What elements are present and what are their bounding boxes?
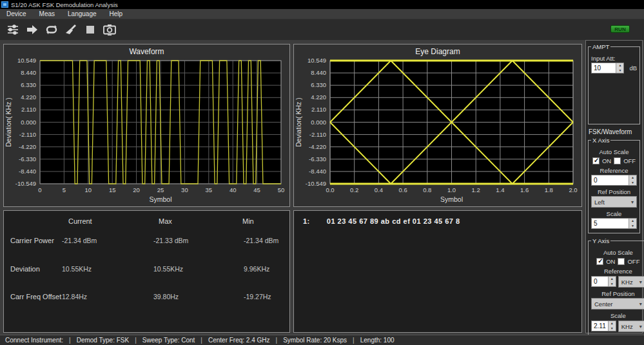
- x-auto-scale-on-checkbox[interactable]: [592, 157, 600, 164]
- deviation-current: 10.55KHz: [62, 265, 92, 273]
- y-reference-label: Reference: [591, 268, 644, 275]
- y-scale-value[interactable]: 2.11: [592, 321, 608, 331]
- y-axis-group-title: Y Axis: [591, 237, 610, 244]
- svg-text:40: 40: [229, 186, 237, 193]
- y-auto-scale-on-checkbox[interactable]: [596, 258, 603, 265]
- status-connect-instrument: Connect Instrument:: [5, 337, 63, 344]
- x-scale-value[interactable]: 5: [592, 219, 629, 228]
- y-scale-spinner[interactable]: 2.11 ▲▼: [591, 320, 616, 331]
- svg-text:-8.440: -8.440: [309, 168, 326, 175]
- y-reference-unit-value: KHz: [621, 279, 633, 286]
- svg-text:4.220: 4.220: [21, 94, 36, 101]
- app-logo-icon: [1, 1, 8, 8]
- x-ref-position-value: Left: [594, 199, 605, 206]
- x-ref-position-label: Ref Position: [591, 188, 637, 195]
- status-bar: Connect Instrument: | Demod Type: FSK | …: [0, 335, 644, 345]
- single-run-arrow-icon: [26, 23, 39, 36]
- menu-item-device[interactable]: Device: [0, 9, 33, 19]
- svg-text:0: 0: [38, 186, 41, 193]
- carr-freq-offset-max: 39.80Hz: [153, 293, 179, 301]
- svg-text:8.440: 8.440: [311, 69, 326, 76]
- input-att-spinner[interactable]: 10 ▲▼: [591, 63, 624, 74]
- svg-text:15: 15: [109, 186, 116, 193]
- sliders-settings-icon: [6, 23, 19, 36]
- control-sidebar: AMPT Input Att: 10 ▲▼ dB FSK/Waveform X …: [585, 40, 643, 333]
- column-header-max: Max: [159, 217, 172, 225]
- spinner-arrows-icon[interactable]: ▲▼: [608, 277, 616, 286]
- svg-text:35: 35: [206, 186, 213, 193]
- status-length: Length: 100: [360, 337, 395, 344]
- svg-text:0.000: 0.000: [311, 119, 326, 126]
- menu-item-help[interactable]: Help: [103, 9, 130, 19]
- waveform-chart-title: Waveform: [4, 47, 289, 56]
- input-att-unit-label: dB: [629, 64, 637, 72]
- x-scale-spinner[interactable]: 5 ▲▼: [591, 218, 637, 229]
- svg-text:Symbol: Symbol: [440, 195, 463, 203]
- y-reference-unit-dropdown[interactable]: KHz ▾: [618, 276, 644, 288]
- x-auto-scale-off-checkbox[interactable]: [614, 157, 621, 164]
- x-reference-spinner[interactable]: 0 ▲▼: [591, 175, 637, 186]
- svg-text:10.549: 10.549: [307, 57, 326, 64]
- menubar: Device Meas Language Help: [0, 9, 644, 19]
- svg-text:1.0: 1.0: [447, 186, 456, 193]
- menu-item-meas[interactable]: Meas: [33, 9, 61, 19]
- spinner-arrows-icon[interactable]: ▲▼: [629, 175, 636, 185]
- chevron-down-icon: ▾: [639, 324, 642, 330]
- svg-text:20: 20: [133, 186, 140, 193]
- svg-text:-8.440: -8.440: [19, 168, 36, 175]
- y-scale-unit-dropdown[interactable]: KHz ▾: [618, 320, 644, 332]
- x-reference-label: Reference: [591, 167, 637, 174]
- results-table-panel: Current Max Min Carrier Power -21.34 dBm…: [3, 210, 290, 333]
- y-auto-scale-label: Auto Scale: [591, 249, 644, 256]
- svg-text:5: 5: [63, 186, 66, 193]
- x-on-label: ON: [602, 157, 611, 164]
- eye-chart: 10.5498.4406.3304.2202.1100.000-2.110-4.…: [295, 57, 580, 205]
- svg-text:1.6: 1.6: [520, 186, 529, 193]
- x-reference-value[interactable]: 0: [592, 175, 629, 185]
- column-header-min: Min: [242, 217, 254, 225]
- settings-button[interactable]: [5, 22, 21, 37]
- x-ref-position-dropdown[interactable]: Left ▾: [591, 196, 637, 208]
- status-divider: |: [69, 337, 71, 344]
- chevron-down-icon: ▾: [639, 279, 642, 285]
- bits-hex-string: 01 23 45 67 89 ab cd ef 01 23 45 67 8: [327, 217, 460, 225]
- y-scale-label: Scale: [591, 312, 644, 319]
- status-divider: |: [276, 337, 278, 344]
- svg-text:0.4: 0.4: [375, 186, 383, 193]
- row-label-deviation: Deviation: [10, 265, 40, 273]
- svg-text:-6.330: -6.330: [309, 155, 326, 163]
- svg-text:-10.549: -10.549: [306, 180, 326, 187]
- y-auto-scale-off-checkbox[interactable]: [618, 258, 625, 265]
- single-run-button[interactable]: [24, 22, 40, 37]
- status-divider: |: [200, 337, 202, 344]
- input-att-value[interactable]: 10: [592, 63, 616, 73]
- toolbar: RUN: [0, 19, 644, 40]
- menu-item-language[interactable]: Language: [61, 9, 103, 19]
- svg-text:30: 30: [181, 186, 188, 193]
- spinner-arrows-icon[interactable]: ▲▼: [616, 63, 623, 73]
- screenshot-camera-icon: [102, 23, 117, 36]
- y-reference-value[interactable]: 0: [592, 277, 608, 286]
- screenshot-button[interactable]: [102, 22, 117, 37]
- spinner-arrows-icon[interactable]: ▲▼: [608, 321, 616, 331]
- deviation-max: 10.55KHz: [153, 265, 183, 273]
- results-table: Current Max Min Carrier Power -21.34 dBm…: [4, 211, 289, 332]
- svg-text:6.330: 6.330: [21, 81, 36, 88]
- status-divider: |: [135, 337, 137, 344]
- y-reference-spinner[interactable]: 0 ▲▼: [591, 276, 616, 287]
- waveform-chart: 10.5498.4406.3304.2202.1100.000-2.110-4.…: [5, 57, 288, 205]
- status-center-freq: Center Freq: 2.4 GHz: [208, 337, 270, 344]
- x-axis-group-title: X Axis: [591, 137, 610, 144]
- continuous-run-button[interactable]: [44, 22, 59, 37]
- y-ref-position-dropdown[interactable]: Center ▾: [591, 298, 644, 310]
- stop-button[interactable]: [83, 22, 98, 37]
- continuous-run-loop-icon: [45, 23, 58, 36]
- clear-button[interactable]: [63, 22, 79, 37]
- run-status-led: RUN: [610, 25, 630, 33]
- svg-text:-2.110: -2.110: [309, 131, 326, 138]
- carrier-power-max: -21.33 dBm: [153, 237, 188, 244]
- svg-text:2.110: 2.110: [21, 106, 36, 113]
- x-off-label: OFF: [623, 157, 636, 164]
- ampt-group: AMPT Input Att: 10 ▲▼ dB: [588, 43, 640, 124]
- spinner-arrows-icon[interactable]: ▲▼: [629, 219, 636, 228]
